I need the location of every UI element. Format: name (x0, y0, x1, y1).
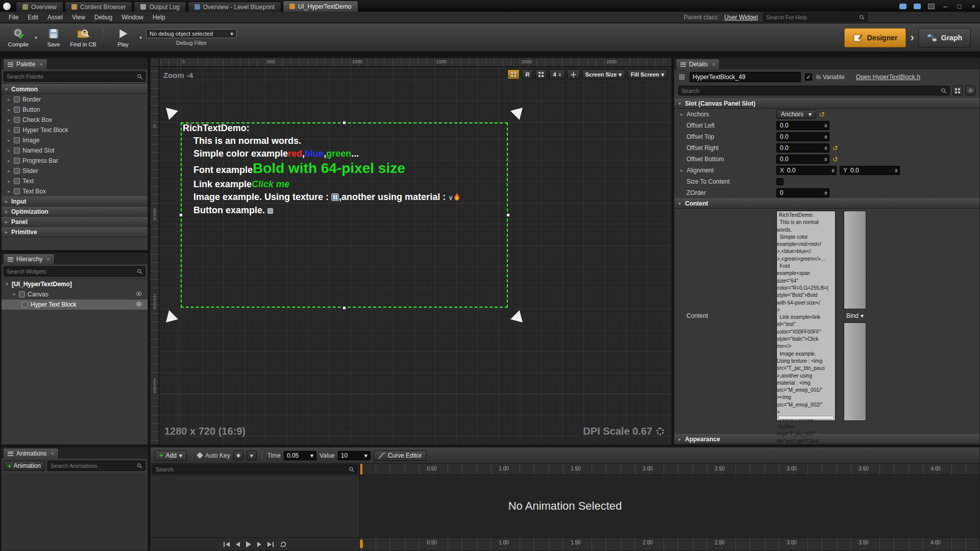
fill-screen-dropdown[interactable]: Fill Screen ▾ (627, 69, 668, 80)
snap-settings-button[interactable]: ▾ (247, 450, 257, 460)
property-matrix-button[interactable] (952, 86, 963, 95)
menu-file[interactable]: File (4, 14, 23, 21)
add-animation-button[interactable]: + Animation (4, 461, 45, 471)
help-search-input[interactable] (766, 14, 856, 20)
resize-handle-top-left[interactable] (166, 108, 178, 120)
section-appearance[interactable]: ▸ Appearance (674, 434, 979, 444)
palette-search-input[interactable] (7, 73, 134, 80)
size-to-content-checkbox[interactable] (776, 178, 783, 185)
palette-item-button[interactable]: ▸Button (2, 105, 148, 115)
palette-category-input[interactable]: ▸Input (2, 196, 148, 207)
revert-icon[interactable]: ↺ (832, 145, 838, 152)
palette-item-text[interactable]: ▸Text (2, 176, 148, 186)
close-icon[interactable]: × (39, 61, 42, 67)
feedback-icon[interactable] (899, 4, 906, 9)
visibility-eye-icon[interactable] (135, 291, 142, 296)
palette-category-common[interactable]: ▾ Common (2, 84, 148, 94)
menu-asset[interactable]: Asset (43, 14, 67, 21)
resize-handle-top-right[interactable] (510, 108, 523, 120)
minimize-button[interactable]: – (942, 3, 948, 10)
palette-item-slider[interactable]: ▸Slider (2, 166, 148, 176)
palette-item-named-slot[interactable]: ▸Named Slot (2, 145, 148, 156)
menu-debug[interactable]: Debug (90, 14, 117, 21)
alignment-x-field[interactable]: X0.0 (776, 166, 837, 175)
snap-grid-toggle-button[interactable] (535, 69, 547, 80)
chevron-down-icon[interactable]: ▾ (5, 282, 9, 287)
view-options-button[interactable] (965, 86, 975, 95)
palette-category-optimization[interactable]: ▸Optimization (2, 207, 148, 217)
section-content[interactable]: ▾ Content (674, 198, 979, 209)
revert-icon[interactable]: ↺ (819, 111, 825, 118)
step-back-button[interactable] (236, 542, 240, 547)
animations-tab[interactable]: Animations × (3, 448, 59, 459)
is-variable-checkbox[interactable]: ✓ (805, 73, 812, 81)
transform-mode-button[interactable] (567, 69, 580, 80)
chevron-down-icon[interactable]: ▾ (12, 292, 16, 297)
parent-class-link[interactable]: User Widget (724, 14, 758, 21)
value-snap-field[interactable]: 10 ▾ (338, 451, 371, 460)
graph-mode-button[interactable]: Graph (918, 28, 971, 47)
hierarchy-search-input[interactable] (7, 268, 134, 274)
offset-left-field[interactable]: 0.0 (776, 121, 829, 130)
tab-content-browser[interactable]: Content Browser (65, 2, 132, 12)
layout-icon[interactable] (928, 4, 935, 9)
hierarchy-item-hyper-text-block[interactable]: Hyper Text Block (2, 299, 148, 310)
gear-icon[interactable] (656, 428, 664, 435)
debug-object-dropdown[interactable]: No debug object selected ▾ (146, 29, 237, 38)
grid-size-stepper[interactable]: 4 (549, 69, 565, 80)
offset-right-field[interactable]: 0.0 (776, 143, 829, 153)
curve-editor-button[interactable]: Curve Editor (374, 450, 427, 461)
details-search-input[interactable] (681, 88, 938, 94)
playhead-time-chip[interactable]: 0 (360, 540, 363, 548)
timeline-search-input[interactable] (156, 466, 346, 472)
close-icon[interactable]: × (712, 61, 715, 67)
anchors-dropdown[interactable]: Anchors▾ (776, 110, 816, 119)
horizontal-scrollbar[interactable] (778, 416, 834, 419)
animations-search-input[interactable] (51, 463, 134, 469)
bind-dropdown[interactable]: Bind▾ (844, 309, 866, 322)
save-button[interactable]: Save (39, 24, 68, 51)
play-button[interactable]: Play (109, 24, 137, 51)
compile-button[interactable]: Compile (4, 24, 33, 51)
timeline-ruler-top[interactable]: 0.50 1.00 1.50 2.00 2.50 3.00 3.50 4.00 (360, 464, 979, 474)
visibility-eye-icon[interactable] (135, 302, 142, 307)
resize-dot-left-center[interactable] (179, 213, 183, 217)
tab-output-log[interactable]: Output Log (134, 2, 186, 12)
open-header-link[interactable]: Open HyperTextBlock.h (856, 73, 920, 81)
menu-view[interactable]: View (67, 14, 90, 21)
community-icon[interactable] (914, 4, 921, 9)
expand-icon[interactable]: ▸ (679, 168, 684, 173)
hyper-text-block-preview[interactable]: RichTextDemo: This is an normal words. S… (183, 122, 509, 217)
keying-options-button[interactable] (233, 450, 243, 460)
timeline-ruler-bottom[interactable]: 0 0.50 1.00 1.50 2.00 2.50 3.00 3.50 4.0… (360, 538, 979, 550)
resize-dot-bottom-center[interactable] (342, 306, 346, 310)
find-in-content-browser-button[interactable]: Find in CB (69, 24, 97, 51)
palette-category-panel[interactable]: ▸Panel (2, 217, 148, 227)
auto-key-label[interactable]: Auto Key (205, 452, 230, 459)
designer-mode-button[interactable]: Designer (844, 28, 906, 47)
palette-tab[interactable]: Palette × (3, 59, 47, 69)
play-forward-button[interactable] (246, 541, 251, 547)
palette-item-image[interactable]: ▸Image (2, 135, 148, 145)
offset-top-field[interactable]: 0.0 (776, 132, 829, 141)
offset-bottom-field[interactable]: 0.0 (776, 155, 829, 164)
canvas-viewport[interactable]: Zoom -4 R 4 Screen Size ▾ Fill Screen (159, 67, 671, 444)
hierarchy-item-canvas[interactable]: ▾ Canvas (2, 289, 148, 299)
outline-toggle-button[interactable] (507, 69, 520, 80)
palette-item-hyper-text-block[interactable]: ▸Hyper Text Block (2, 125, 148, 135)
content-text-area[interactable]: RichTextDemo: This is an normal words. S… (776, 211, 836, 421)
play-options-chevron-icon[interactable]: ▾ (139, 35, 142, 40)
section-slot[interactable]: ▾ Slot (Canvas Panel Slot) (674, 98, 979, 109)
details-tab[interactable]: Details × (676, 59, 720, 69)
widget-name-field[interactable] (690, 72, 801, 82)
track-add-button[interactable]: + Add ▾ (155, 450, 187, 461)
expand-icon[interactable]: ▸ (679, 112, 684, 117)
time-snap-field[interactable]: 0.05 ▾ (284, 451, 316, 460)
palette-item-border[interactable]: ▸Border (2, 94, 148, 105)
screen-size-dropdown[interactable]: Screen Size ▾ (582, 69, 625, 80)
maximize-button[interactable]: □ (956, 3, 963, 10)
palette-item-text-box[interactable]: ▸Text Box (2, 186, 148, 196)
compile-options-chevron-icon[interactable]: ▾ (35, 35, 37, 40)
revert-icon[interactable]: ↺ (832, 156, 838, 163)
menu-edit[interactable]: Edit (23, 14, 43, 21)
